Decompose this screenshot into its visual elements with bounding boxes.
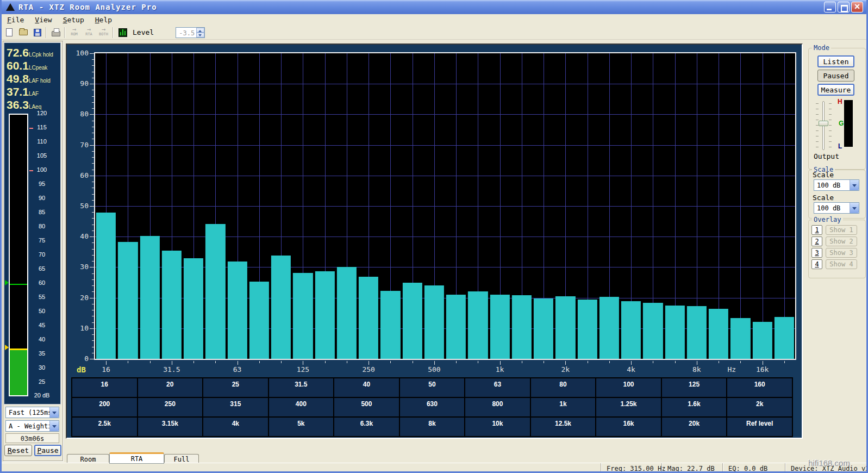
minimize-button[interactable] (824, 2, 836, 13)
freq-cell: 10k (465, 417, 530, 437)
open-button[interactable] (17, 27, 30, 39)
route-rta-button[interactable]: → RTA (82, 26, 96, 39)
open-folder-icon (19, 29, 28, 35)
output-slider-thumb[interactable] (819, 121, 828, 126)
spin-down-button[interactable] (196, 33, 204, 38)
chevron-down-icon[interactable] (850, 180, 859, 190)
status-bar: Freq: 315.00 Hz Mag: 22.7 dB EQ: 0.0 dB … (2, 463, 866, 473)
show-1-button[interactable]: Show 1 (826, 225, 857, 235)
y-axis-label: 80 (67, 110, 89, 118)
x-axis-tick (238, 361, 238, 365)
status-freq: Freq: 315.00 Hz (601, 463, 661, 473)
menu-view[interactable]: View (29, 15, 57, 25)
measurement-lcpk-hold: 72.6LCpk hold (7, 46, 53, 59)
rta-bar (468, 291, 488, 359)
scale-select-2[interactable]: 100 dB (814, 202, 859, 214)
arrow-right-icon: → (67, 27, 82, 32)
freq-cell: 16k (596, 417, 661, 437)
meter-scale-label: 70 (29, 251, 54, 258)
overlay-3-button[interactable]: 3 (811, 248, 822, 258)
y-axis-label: 0 (67, 354, 89, 363)
x-axis-label: 8k (692, 365, 701, 374)
freq-cell: 20 (138, 378, 203, 397)
close-button[interactable]: ✕ (851, 2, 863, 13)
output-mid-label: G (839, 120, 844, 127)
overlay-2-button[interactable]: 2 (811, 236, 822, 246)
freq-cell: 20k (661, 417, 727, 437)
level-button[interactable] (116, 27, 129, 39)
meter-scale-label: 20 dB (29, 392, 54, 399)
new-button[interactable] (3, 27, 16, 39)
rta-bar (162, 251, 182, 359)
show-2-button[interactable]: Show 2 (826, 236, 857, 246)
scale-value-2: 100 dB (814, 203, 850, 213)
chevron-down-icon[interactable] (49, 421, 59, 431)
route-room-button[interactable]: → ROM (67, 26, 82, 39)
current-pointer-icon (5, 345, 9, 350)
listen-button[interactable]: Listen (817, 55, 854, 67)
chevron-down-icon[interactable] (850, 203, 859, 213)
overlay-4-button[interactable]: 4 (811, 259, 822, 269)
rta-bar (446, 295, 466, 359)
menu-bar: File View Setup Help (2, 14, 866, 26)
freq-cell: 1.6k (661, 397, 727, 417)
rta-bar (293, 273, 313, 359)
meter-scale-label: 50 (29, 308, 54, 314)
elapsed-time: 03m06s (5, 433, 59, 443)
chevron-down-icon[interactable] (49, 407, 59, 418)
rta-bar (709, 309, 728, 359)
menu-setup[interactable]: Setup (58, 15, 90, 25)
plot-area (94, 52, 796, 360)
weighting-value: A - Weighti (6, 421, 49, 431)
level-spinner[interactable]: -3.5 (176, 27, 205, 38)
freq-cell: 80 (530, 378, 596, 397)
show-4-button[interactable]: Show 4 (826, 259, 857, 269)
freq-cell: 200 (72, 397, 138, 417)
x-axis-label: 500 (428, 365, 440, 374)
freq-table-row: 2002503154005006308001k1.25k1.6k2k (72, 397, 792, 417)
y-axis-label: 20 (67, 294, 89, 302)
freq-cell: 400 (268, 397, 334, 417)
status-eq: EQ: 0.0 dB (722, 463, 785, 473)
x-axis-tick (434, 361, 435, 365)
spl-level-meter (9, 114, 28, 396)
y-axis-label: 70 (67, 141, 89, 149)
y-axis-label: 90 (67, 79, 89, 88)
response-speed-select[interactable]: Fast (125ms (5, 407, 59, 418)
freq-cell: 250 (138, 397, 203, 417)
frequency-table: 16202531.5405063801001251602002503154005… (71, 377, 793, 437)
measure-button[interactable]: Measure (817, 84, 854, 96)
paused-button[interactable]: Paused (817, 70, 854, 82)
weighting-select[interactable]: A - Weighti (5, 420, 59, 432)
rta-bar (730, 318, 750, 359)
rta-bar (315, 271, 335, 359)
measurement-lcpeak: 60.1LCpeak (7, 59, 47, 72)
restore-button[interactable] (838, 2, 850, 13)
x-axis-label: 2k (561, 365, 570, 374)
x-axis-tick (281, 361, 282, 363)
meter-current-marker (10, 348, 27, 350)
x-axis-tick (259, 361, 260, 363)
overlay-1-button[interactable]: 1 (811, 225, 822, 235)
rta-bar (337, 267, 357, 359)
y-axis-label: 30 (67, 263, 89, 271)
spin-up-button[interactable] (196, 28, 204, 33)
menu-file[interactable]: File (2, 15, 29, 25)
y-axis-label: 40 (67, 232, 89, 240)
x-axis-label: 4k (627, 365, 635, 374)
rta-bar (555, 296, 575, 359)
print-button[interactable] (49, 27, 63, 39)
menu-help[interactable]: Help (90, 15, 117, 25)
freq-cell: 800 (465, 397, 530, 417)
printer-icon (52, 31, 60, 36)
show-3-button[interactable]: Show 3 (826, 248, 857, 258)
reset-button[interactable]: Reset (4, 445, 32, 456)
scale-select-1[interactable]: 100 dB (814, 179, 859, 191)
pause-button[interactable]: Pause (34, 445, 61, 456)
tab-rta[interactable]: RTA (109, 452, 164, 464)
meter-scale-label: 55 (29, 294, 54, 300)
route-both-button[interactable]: → BOTH (96, 26, 111, 39)
x-axis-tick (763, 361, 763, 365)
save-button[interactable] (31, 27, 44, 39)
toolbar: → ROM → RTA → BOTH Level -3.5 (2, 26, 866, 40)
